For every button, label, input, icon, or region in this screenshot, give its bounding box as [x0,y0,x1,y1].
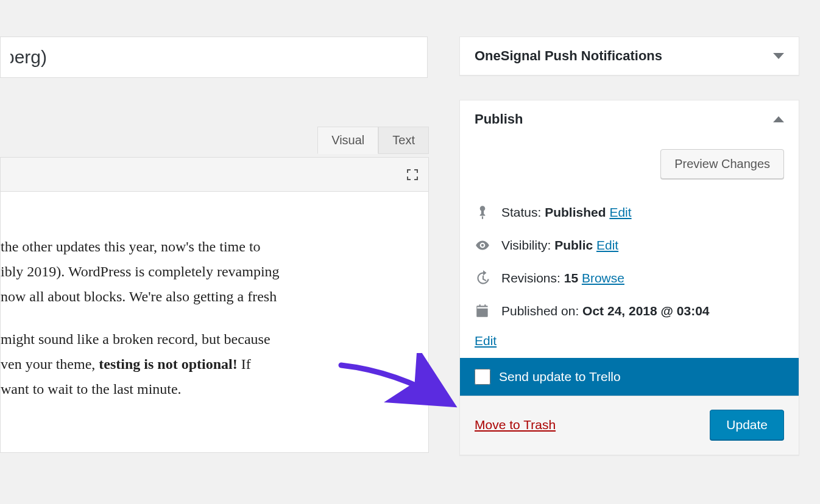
publish-header[interactable]: Publish [460,100,799,138]
revisions-label: Revisions: [501,271,564,285]
onesignal-metabox: OneSignal Push Notifications [459,37,799,75]
published-label: Published on: [501,304,582,318]
tab-text[interactable]: Text [378,127,429,154]
trello-bar: Send update to Trello [460,358,799,396]
editor-content[interactable]: the other updates this year, now's the t… [0,191,429,453]
chevron-up-icon[interactable] [773,116,784,122]
content-strong: testing is not optional! [99,356,237,372]
revisions-row: Revisions: 15 Browse [475,262,784,295]
status-value: Published [545,205,606,219]
visibility-row: Visibility: Public Edit [475,229,784,262]
visibility-value: Public [554,238,593,252]
editor-toolbar [0,157,429,191]
publish-title: Publish [475,111,523,127]
content-text: might sound like a broken record, but be… [1,331,270,347]
editor-tabs: Visual Text [317,127,429,154]
history-icon [475,270,490,286]
status-row: Status: Published Edit [475,196,784,229]
status-label: Status: [501,205,545,219]
edit-published-link[interactable]: Edit [475,334,497,348]
publish-metabox: Publish Preview Changes Status: Publishe… [459,100,799,455]
preview-changes-button[interactable]: Preview Changes [660,149,784,179]
send-trello-checkbox[interactable] [475,369,490,385]
revisions-value: 15 [564,271,578,285]
update-button[interactable]: Update [710,410,784,440]
onesignal-title: OneSignal Push Notifications [475,48,662,64]
visibility-label: Visibility: [501,238,554,252]
post-title-input[interactable] [0,37,428,78]
content-text: ven your theme, [1,356,99,372]
browse-revisions-link[interactable]: Browse [582,271,624,285]
content-text: now all about blocks. We're also getting… [1,289,277,304]
edit-visibility-link[interactable]: Edit [596,238,618,252]
calendar-icon [475,303,490,319]
pin-icon [475,205,490,220]
fullscreen-icon[interactable] [405,167,420,182]
chevron-down-icon[interactable] [773,53,784,59]
content-text: If [238,356,251,372]
edit-status-link[interactable]: Edit [609,205,631,219]
published-value: Oct 24, 2018 @ 03:04 [582,304,709,318]
content-text: want to wait to the last minute. [1,381,182,397]
published-row: Published on: Oct 24, 2018 @ 03:04 [475,295,784,327]
trello-label: Send update to Trello [499,369,621,384]
onesignal-header[interactable]: OneSignal Push Notifications [460,37,799,75]
content-text: the other updates this year, now's the t… [1,239,261,254]
content-text: ibly 2019). WordPress is completely reva… [1,264,280,279]
move-to-trash-link[interactable]: Move to Trash [475,418,556,432]
eye-icon [475,237,490,253]
tab-visual[interactable]: Visual [317,127,378,154]
